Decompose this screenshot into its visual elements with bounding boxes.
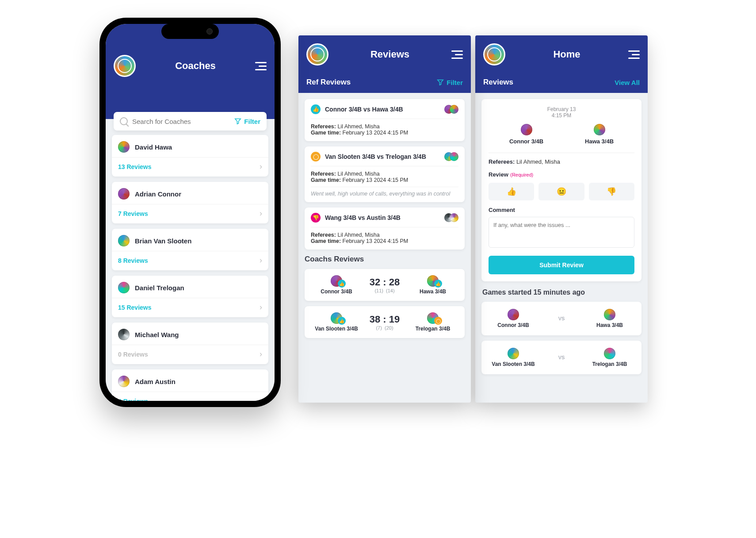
coach-item[interactable]: David Hawa 13 Reviews› <box>112 135 268 177</box>
avatar-icon <box>118 188 130 200</box>
thumbs-up-icon: 👍 <box>338 317 346 325</box>
thumbs-up-icon: 👍 <box>338 280 346 288</box>
review-form-card: February 13 4:15 PM Connor 3/4B Hawa 3/4… <box>481 99 641 281</box>
team-icon <box>594 124 605 135</box>
neutral-icon: ◯ <box>311 152 321 161</box>
team-icon <box>604 348 615 359</box>
score: 38 : 19 (7) (20) <box>370 314 400 330</box>
search-input[interactable] <box>132 118 230 125</box>
vs-label: VS <box>558 316 565 321</box>
teams-icon <box>444 105 458 114</box>
neutral-icon: ◯ <box>434 317 442 325</box>
teams-icon <box>444 152 458 161</box>
app-logo <box>483 43 505 65</box>
chevron-right-icon: › <box>260 350 262 359</box>
score: 32 : 28 (11) (14) <box>370 277 400 293</box>
filter-button[interactable]: Filter <box>234 118 260 125</box>
home-reviews-section: Reviews View All <box>475 73 648 93</box>
reviews-header: Reviews <box>298 35 471 73</box>
view-all-link[interactable]: View All <box>615 79 640 86</box>
home-body: February 13 4:15 PM Connor 3/4B Hawa 3/4… <box>475 93 648 386</box>
chevron-right-icon: › <box>260 396 262 401</box>
app-logo <box>306 43 328 65</box>
reviews-body: 👍 Connor 3/4B vs Hawa 3/4B Referees: Lil… <box>298 93 471 350</box>
coach-item[interactable]: Brian Van Slooten 8 Reviews› <box>112 229 268 270</box>
coach-item[interactable]: Adrian Connor 7 Reviews› <box>112 182 268 223</box>
coaches-list: David Hawa 13 Reviews› Adrian Connor 7 R… <box>106 119 275 401</box>
coaches-screen: Coaches Filter David Hawa 13 Reviews› <box>106 24 275 401</box>
reviews-link[interactable]: 4 Reviews <box>118 398 148 401</box>
avatar-icon <box>118 235 130 246</box>
phone-frame: Coaches Filter David Hawa 13 Reviews› <box>99 18 281 407</box>
home-header: Home <box>475 35 648 73</box>
team-icon <box>508 348 519 359</box>
game-item[interactable]: Van Slooten 3/4B VS Trelogan 3/4B <box>481 341 641 374</box>
score-item[interactable]: 👍 Van Slooten 3/4B 38 : 19 (7) (20) ◯ Tr… <box>305 306 465 338</box>
team-icon <box>521 124 532 135</box>
menu-icon[interactable] <box>255 62 267 70</box>
filter-icon <box>437 79 444 85</box>
reviews-screen: Reviews Ref Reviews Filter 👍 Connor 3/4B… <box>298 35 471 403</box>
app-logo <box>114 55 136 77</box>
teams-icon <box>444 213 458 222</box>
ref-reviews-section: Ref Reviews Filter <box>298 73 471 93</box>
avatar-icon <box>118 141 130 153</box>
reviews-link[interactable]: 7 Reviews <box>118 210 148 217</box>
review-neutral-button[interactable]: 😐 <box>538 183 584 200</box>
reviews-link[interactable]: 8 Reviews <box>118 257 148 264</box>
review-item[interactable]: 👎 Wang 3/4B vs Austin 3/4B Referees: Lil… <box>305 208 465 250</box>
page-title: Coaches <box>175 60 216 72</box>
thumbs-down-icon: 👎 <box>311 213 321 223</box>
submit-review-button[interactable]: Submit Review <box>489 256 634 274</box>
avatar-icon <box>118 329 130 340</box>
thumbs-up-icon: 👍 <box>311 104 321 114</box>
score-item[interactable]: 👍 Connor 3/4B 32 : 28 (11) (14) 👍 Hawa 3… <box>305 269 465 301</box>
coach-item[interactable]: Daniel Trelogan 15 Reviews› <box>112 276 268 317</box>
search-icon <box>120 117 128 125</box>
chevron-right-icon: › <box>260 162 262 171</box>
menu-icon[interactable] <box>451 50 463 59</box>
review-bad-button[interactable]: 👎 <box>589 183 634 200</box>
reviews-link[interactable]: 0 Reviews <box>118 351 148 358</box>
chevron-right-icon: › <box>260 209 262 218</box>
chevron-right-icon: › <box>260 256 262 265</box>
avatar-icon <box>118 376 130 387</box>
phone-notch <box>161 24 219 39</box>
reviews-link[interactable]: 13 Reviews <box>118 163 152 170</box>
game-item[interactable]: Connor 3/4B VS Hawa 3/4B <box>481 302 641 335</box>
review-item[interactable]: 👍 Connor 3/4B vs Hawa 3/4B Referees: Lil… <box>305 99 465 141</box>
chevron-right-icon: › <box>260 303 262 312</box>
avatar-icon <box>118 282 130 293</box>
filter-icon <box>234 118 241 124</box>
review-comment: Went well, high volume of calls, everyth… <box>311 187 458 197</box>
thumbs-up-icon: 👍 <box>434 280 442 288</box>
team-icon <box>508 309 519 320</box>
coach-item[interactable]: Adam Austin 4 Reviews› <box>112 369 268 401</box>
review-item[interactable]: ◯ Van Slooten 3/4B vs Trelogan 3/4B Refe… <box>305 146 465 202</box>
home-screen: Home Reviews View All February 13 4:15 P… <box>475 35 648 403</box>
team-icon <box>604 309 615 320</box>
comment-label: Comment <box>489 207 634 213</box>
coach-item[interactable]: Michael Wang 0 Reviews› <box>112 323 268 364</box>
filter-button[interactable]: Filter <box>437 79 463 86</box>
coach-reviews-heading: Coachs Reviews <box>305 255 465 264</box>
page-title: Home <box>553 49 580 60</box>
vs-label: VS <box>558 355 565 360</box>
page-title: Reviews <box>370 49 409 60</box>
comment-input[interactable] <box>489 217 634 248</box>
review-good-button[interactable]: 👍 <box>489 183 534 200</box>
games-heading: Games started 15 minutes ago <box>482 288 641 296</box>
match-date: February 13 4:15 PM <box>489 106 634 119</box>
menu-icon[interactable] <box>628 50 640 59</box>
reviews-link[interactable]: 15 Reviews <box>118 304 152 311</box>
search-bar[interactable]: Filter <box>114 112 267 131</box>
